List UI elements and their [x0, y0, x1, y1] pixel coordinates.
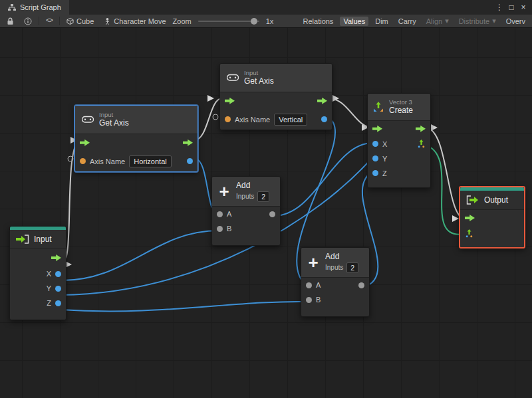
- sum-output-port[interactable]: [358, 282, 364, 288]
- axis-name-label: Axis Name: [90, 157, 125, 165]
- edge-data-input-x-to-add1-b[interactable]: [60, 231, 219, 280]
- axis-name-field[interactable]: Horizontal: [129, 155, 172, 167]
- port-a-label: A: [227, 210, 231, 218]
- edge-flow-getaxis-vertical-to-vector3[interactable]: [329, 98, 372, 128]
- character-move-label: Character Move: [114, 17, 166, 25]
- info-button[interactable]: [21, 17, 35, 26]
- sum-output-port[interactable]: [269, 211, 275, 217]
- script-graph-icon: [8, 4, 16, 11]
- flow-input-port[interactable]: [225, 98, 235, 104]
- flow-input-port[interactable]: [465, 215, 475, 221]
- input-event-icon: [16, 235, 29, 244]
- node-header: Input Get Axis: [220, 64, 332, 92]
- unconnected-port-indicator: [68, 156, 73, 161]
- edge-flow-vector3-to-output[interactable]: [426, 128, 463, 219]
- character-move-breadcrumb[interactable]: Character Move: [100, 17, 169, 26]
- flow-input-port[interactable]: [372, 126, 382, 132]
- graph-toolbar: <> Cube Character Move Zoom 1x Relations…: [0, 15, 532, 28]
- node-header: Vector 3 Create: [368, 94, 430, 121]
- node-title: Input: [34, 235, 52, 244]
- node-category: Input: [99, 111, 129, 118]
- vector-input-port[interactable]: [465, 229, 473, 238]
- node-input-event[interactable]: Input X Y Z: [9, 226, 66, 320]
- node-header: Input Get Axis: [75, 106, 198, 134]
- node-title: Get Axis: [244, 76, 274, 86]
- node-output-event[interactable]: Output: [459, 186, 525, 249]
- port-z-output[interactable]: [55, 300, 61, 306]
- distribute-dropdown[interactable]: Distribute ▾: [456, 16, 499, 26]
- tab-script-graph[interactable]: Script Graph: [0, 0, 69, 15]
- port-b-input[interactable]: [217, 226, 223, 232]
- inputs-count-field[interactable]: 2: [346, 262, 358, 273]
- axis-name-input-port[interactable]: [80, 158, 86, 164]
- flow-output-port[interactable]: [51, 254, 61, 261]
- inputs-count-field[interactable]: 2: [257, 191, 269, 202]
- gamepad-icon: [227, 73, 239, 82]
- axis-name-field[interactable]: Vertical: [274, 114, 307, 126]
- port-a-input[interactable]: [217, 211, 223, 217]
- graph-canvas[interactable]: Input Get Axis Axis Name Vertical Input …: [0, 28, 532, 398]
- flow-output-port[interactable]: [416, 126, 426, 132]
- flow-output-port[interactable]: [183, 140, 193, 146]
- carry-toggle[interactable]: Carry: [395, 17, 420, 26]
- port-b-label: B: [227, 225, 231, 233]
- node-get-axis-horizontal[interactable]: Input Get Axis Axis Name Horizontal: [74, 105, 198, 172]
- dim-toggle[interactable]: Dim: [372, 17, 392, 26]
- zoom-slider[interactable]: [198, 21, 259, 22]
- info-icon: [24, 17, 32, 25]
- flow-arrowhead: [452, 215, 459, 222]
- unconnected-port-indicator: [213, 114, 218, 120]
- overview-button[interactable]: Overv: [503, 17, 529, 26]
- flow-arrowhead: [207, 95, 214, 102]
- align-dropdown[interactable]: Align ▾: [423, 16, 452, 26]
- add-icon: +: [217, 184, 231, 199]
- edge-flow-getaxis-horizontal-to-vertical[interactable]: [194, 98, 222, 140]
- toolbar-separator: [39, 17, 39, 25]
- cube-context-button[interactable]: Cube: [63, 17, 97, 26]
- port-y-input[interactable]: [372, 155, 378, 161]
- port-y-output[interactable]: [55, 286, 61, 292]
- maximize-icon[interactable]: □: [505, 0, 517, 15]
- flow-output-port[interactable]: [317, 98, 327, 104]
- cube-icon: [66, 17, 74, 25]
- port-y-label: Y: [382, 155, 387, 163]
- port-a-input[interactable]: [306, 282, 312, 288]
- port-x-input[interactable]: [372, 141, 378, 147]
- port-x-output[interactable]: [55, 271, 61, 277]
- lock-button[interactable]: [3, 17, 17, 26]
- port-z-input[interactable]: [372, 170, 378, 176]
- port-x-label: X: [382, 140, 387, 148]
- node-footer: [368, 181, 430, 187]
- port-b-input[interactable]: [306, 297, 312, 303]
- node-header: + Add Inputs 2: [301, 248, 369, 278]
- vector-result-port[interactable]: [417, 140, 426, 148]
- chevron-down-icon: ▾: [492, 17, 496, 25]
- port-x-label: X: [47, 270, 51, 278]
- flow-arrowhead: [332, 95, 339, 102]
- node-add-2[interactable]: + Add Inputs 2 A B: [301, 247, 370, 317]
- axis-name-label: Axis Name: [235, 116, 270, 124]
- value-output-port[interactable]: [187, 158, 193, 164]
- edge-data-input-z-to-add2-b[interactable]: [60, 302, 308, 312]
- menu-icon[interactable]: ⋮: [493, 0, 505, 15]
- value-output-port[interactable]: [321, 116, 327, 122]
- node-add-1[interactable]: + Add Inputs 2 A B: [211, 176, 281, 246]
- inputs-label: Inputs: [325, 264, 343, 272]
- flow-input-port[interactable]: [80, 140, 90, 146]
- window-controls: ⋮ □ ×: [493, 0, 532, 15]
- zoom-knob[interactable]: [251, 18, 257, 25]
- align-label: Align: [426, 17, 442, 25]
- node-get-axis-vertical[interactable]: Input Get Axis Axis Name Vertical: [219, 63, 332, 130]
- close-icon[interactable]: ×: [517, 0, 529, 15]
- axis-name-input-port[interactable]: [225, 116, 231, 122]
- port-b-label: B: [316, 296, 321, 304]
- edge-data-add1-to-vector3-x[interactable]: [273, 143, 372, 216]
- port-z-label: Z: [47, 299, 51, 307]
- relations-toggle[interactable]: Relations: [300, 17, 337, 26]
- node-vector3-create[interactable]: Vector 3 Create X Y Z: [367, 93, 431, 188]
- node-header: + Add Inputs 2: [212, 177, 280, 207]
- values-toggle[interactable]: Values: [340, 17, 368, 26]
- lock-icon: [7, 17, 14, 25]
- code-view-button[interactable]: <>: [43, 17, 56, 25]
- chevron-down-icon: ▾: [445, 17, 449, 25]
